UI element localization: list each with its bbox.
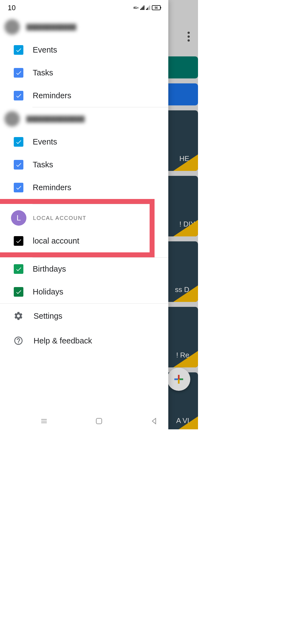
account-header[interactable]: ██████████████: [0, 107, 168, 130]
menu-item-help[interactable]: Help & feedback: [0, 328, 168, 353]
calendar-toggle-birthdays[interactable]: Birthdays: [0, 258, 168, 280]
calendar-label: Events: [33, 137, 57, 146]
checkbox-checked-icon: [14, 236, 23, 246]
recent-apps-icon[interactable]: [40, 417, 48, 425]
status-network-icon: 4G+: [133, 6, 139, 9]
account-header[interactable]: ████████████: [0, 15, 168, 39]
calendar-toggle-reminders[interactable]: Reminders: [0, 176, 168, 199]
menu-item-settings[interactable]: Settings: [0, 304, 168, 328]
system-nav-bar: [0, 413, 198, 429]
navigation-drawer: 10 4G+ 56 ████████████ Events: [0, 0, 168, 429]
account-email: ████████████: [26, 24, 76, 30]
calendar-label: Tasks: [33, 68, 53, 77]
status-bar: 10 4G+ 56: [0, 0, 168, 15]
svg-rect-0: [96, 418, 102, 424]
calendar-toggle-events[interactable]: Events: [0, 130, 168, 153]
status-time: 10: [8, 4, 16, 12]
calendar-toggle-holidays[interactable]: Holidays: [0, 280, 168, 303]
menu-label: Help & feedback: [34, 336, 92, 345]
calendar-label: Birthdays: [33, 264, 66, 274]
calendar-toggle-local-account[interactable]: local account: [0, 230, 150, 252]
gear-icon: [13, 311, 24, 321]
checkbox-checked-icon: [14, 160, 23, 170]
account-name: LOCAL ACCOUNT: [33, 215, 86, 221]
calendar-toggle-tasks[interactable]: Tasks: [0, 61, 168, 84]
signal-icon: [140, 6, 144, 10]
calendar-label: local account: [33, 236, 79, 245]
calendar-label: Reminders: [33, 91, 71, 100]
calendar-toggle-events[interactable]: Events: [0, 39, 168, 61]
checkbox-checked-icon: [14, 45, 23, 55]
back-icon[interactable]: [150, 417, 158, 425]
calendar-toggle-reminders[interactable]: Reminders: [0, 84, 168, 107]
annotation-highlight: L LOCAL ACCOUNT local account: [0, 199, 155, 257]
account-avatar-icon: [4, 19, 20, 35]
calendar-label: Reminders: [33, 183, 71, 192]
calendar-label: Tasks: [33, 160, 53, 169]
account-avatar-icon: L: [11, 210, 26, 226]
signal-icon: [146, 6, 150, 10]
account-avatar-icon: [4, 111, 20, 127]
checkbox-checked-icon: [14, 68, 23, 78]
calendar-label: Holidays: [33, 287, 63, 296]
checkbox-checked-icon: [14, 137, 23, 147]
help-icon: [13, 335, 24, 346]
checkbox-checked-icon: [14, 287, 23, 297]
checkbox-checked-icon: [14, 264, 23, 274]
home-icon[interactable]: [95, 417, 103, 425]
account-email: ██████████████: [26, 116, 85, 122]
battery-icon: 56: [152, 5, 161, 10]
checkbox-checked-icon: [14, 91, 23, 100]
account-header-local[interactable]: L LOCAL ACCOUNT: [0, 204, 150, 230]
calendar-label: Events: [33, 45, 57, 54]
menu-label: Settings: [34, 312, 62, 321]
calendar-toggle-tasks[interactable]: Tasks: [0, 153, 168, 176]
checkbox-checked-icon: [14, 183, 23, 192]
